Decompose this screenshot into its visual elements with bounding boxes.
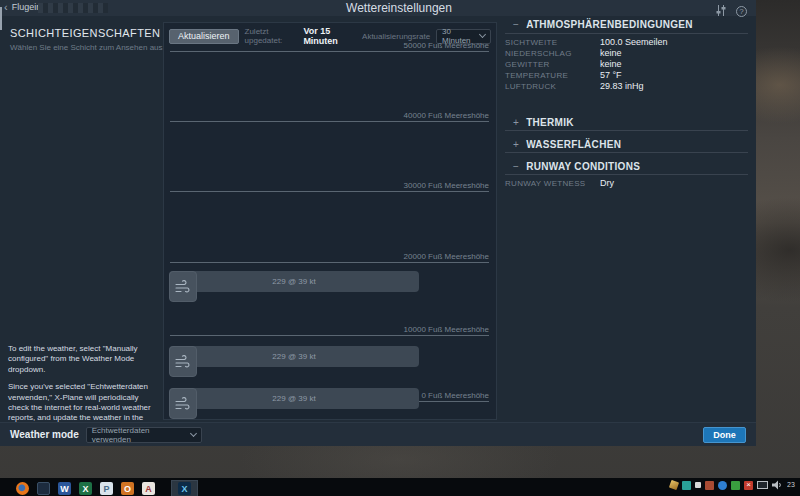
expand-icon: + <box>513 117 519 128</box>
footer-bar: Weather mode Echtwetterdaten verwenden D… <box>0 422 756 446</box>
tray-app-icon[interactable] <box>682 481 691 490</box>
section-divider <box>505 174 748 175</box>
done-button[interactable]: Done <box>703 427 746 443</box>
section-divider <box>505 152 748 153</box>
wind-layer-value: 229 @ 39 kt <box>272 352 315 361</box>
collapse-icon: − <box>513 161 519 172</box>
collapse-icon: − <box>513 19 519 30</box>
office-app-icon[interactable]: P <box>100 482 113 495</box>
section-header-runway[interactable]: − RUNWAY CONDITIONS <box>513 161 640 172</box>
wind-layer-row[interactable]: 229 @ 39 kt <box>169 271 421 303</box>
row-label: GEWITTER <box>505 60 550 69</box>
altitude-marker: 20000 Fuß Meereshöhe <box>170 252 489 263</box>
clock: 23 <box>787 481 800 489</box>
wind-layer-row[interactable]: 229 @ 39 kt <box>169 388 421 420</box>
wind-layer-bar: 229 @ 39 kt <box>169 388 419 409</box>
active-app-tile[interactable]: X <box>171 480 198 496</box>
word-icon[interactable]: W <box>58 482 71 495</box>
section-divider <box>505 33 748 34</box>
row-value: 57 °F <box>600 70 622 80</box>
layer-properties-heading: SCHICHTEIGENSCHAFTEN <box>10 27 160 39</box>
wind-layer-bar: 229 @ 39 kt <box>169 346 419 367</box>
wind-layer-bar: 229 @ 39 kt <box>169 271 419 292</box>
row-value: keine <box>600 59 622 69</box>
section-header-thermals[interactable]: + THERMIK <box>513 117 574 128</box>
left-scrollbar[interactable] <box>0 7 2 30</box>
section-divider <box>505 130 748 131</box>
conditions-panel: − ATHMOSPHÄRENBEDINGUNGEN SICHTWEITE 100… <box>505 0 755 420</box>
outlook-icon[interactable]: O <box>121 482 134 495</box>
altitude-label: 50000 Fuß Meereshöhe <box>170 41 489 50</box>
altitude-line <box>170 262 489 263</box>
pen-icon[interactable] <box>669 480 679 490</box>
section-title: WASSERFLÄCHEN <box>526 139 621 150</box>
row-value: keine <box>600 48 622 58</box>
tray-app-icon[interactable] <box>695 482 701 488</box>
close-icon[interactable]: × <box>744 481 753 490</box>
row-label: LUFTDRUCK <box>505 82 556 91</box>
wind-icon <box>169 346 197 377</box>
weather-layers-panel: Aktualisieren Zuletzt upgedatet: Vor 15 … <box>163 22 497 420</box>
altitude-label: 10000 Fuß Meereshöhe <box>170 325 489 334</box>
chevron-down-icon <box>190 429 197 436</box>
altitude-marker: 10000 Fuß Meereshöhe <box>170 325 489 336</box>
display-icon[interactable] <box>757 481 768 489</box>
expand-icon: + <box>513 139 519 150</box>
wind-layer-value: 229 @ 39 kt <box>272 394 315 403</box>
wind-icon <box>169 388 197 419</box>
altitude-marker: 50000 Fuß Meereshöhe <box>170 41 489 52</box>
row-label: RUNWAY WETNESS <box>505 179 586 188</box>
section-title: ATHMOSPHÄRENBEDINGUNGEN <box>526 19 693 30</box>
wind-layer-value: 229 @ 39 kt <box>272 277 315 286</box>
row-label: SICHTWEITE <box>505 38 557 47</box>
tray-app-icon[interactable] <box>705 481 714 490</box>
weather-mode-value: Echtwetterdaten verwenden <box>92 426 191 444</box>
row-value: 100.0 Seemeilen <box>600 37 668 47</box>
windows-taskbar: W X P O A X × 23 <box>0 478 800 496</box>
altitude-line <box>170 51 489 52</box>
row-label: NIEDERSCHLAG <box>505 49 572 58</box>
altitude-label: 30000 Fuß Meereshöhe <box>170 181 489 190</box>
weather-settings-window: ‹ Flugeinstellung Wettereinstellungen ? … <box>0 0 756 446</box>
wind-layer-row[interactable]: 229 @ 39 kt <box>169 346 421 378</box>
xplane-icon: X <box>178 482 191 495</box>
altitude-label: 40000 Fuß Meereshöhe <box>170 111 489 120</box>
row-label: TEMPERATURE <box>505 71 568 80</box>
volume-icon[interactable] <box>772 480 783 490</box>
altitude-line <box>170 191 489 192</box>
firefox-icon[interactable] <box>16 482 29 495</box>
excel-icon[interactable]: X <box>79 482 92 495</box>
layer-properties-subheading: Wählen Sie eine Schicht zum Ansehen aus. <box>10 43 165 52</box>
tray-app-icon[interactable] <box>731 481 740 490</box>
network-icon[interactable] <box>718 481 727 490</box>
row-value: Dry <box>600 178 614 188</box>
wind-icon <box>169 271 197 302</box>
section-title: THERMIK <box>526 117 574 128</box>
weather-mode-label: Weather mode <box>10 429 79 440</box>
altitude-marker: 40000 Fuß Meereshöhe <box>170 111 489 122</box>
section-header-atmosphere[interactable]: − ATHMOSPHÄRENBEDINGUNGEN <box>513 19 693 30</box>
altitude-line <box>170 121 489 122</box>
section-title: RUNWAY CONDITIONS <box>526 161 640 172</box>
altitude-marker: 30000 Fuß Meereshöhe <box>170 181 489 192</box>
update-rate-label: Aktualisierungsrate <box>362 32 430 41</box>
row-value: 29.83 inHg <box>600 81 644 91</box>
section-header-water[interactable]: + WASSERFLÄCHEN <box>513 139 621 150</box>
document-app-icon[interactable]: A <box>142 482 155 495</box>
altitude-line <box>170 335 489 336</box>
terminal-icon[interactable] <box>37 482 50 495</box>
help-paragraph: To edit the weather, select "Manually co… <box>8 344 160 375</box>
weather-mode-dropdown[interactable]: Echtwetterdaten verwenden <box>86 427 202 443</box>
altitude-label: 20000 Fuß Meereshöhe <box>170 252 489 261</box>
